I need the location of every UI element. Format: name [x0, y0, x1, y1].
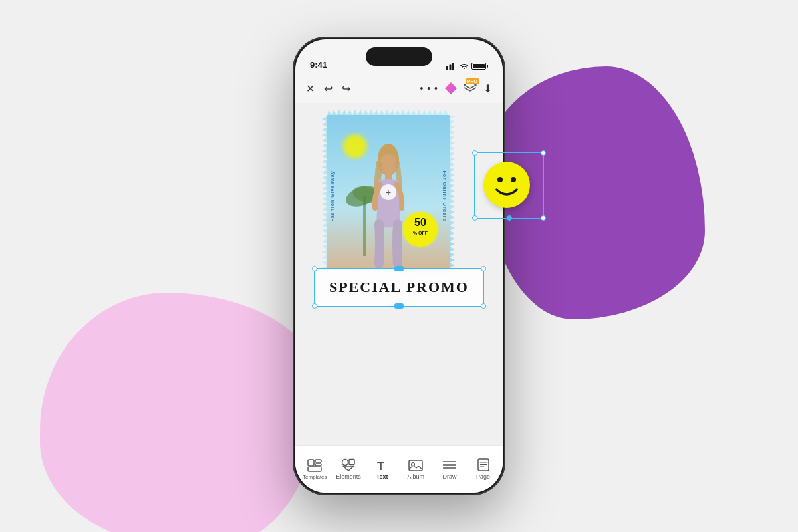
stamp-svg: 50 % OFF Fashion Giveaway For Online Ord… — [322, 110, 455, 275]
nav-album[interactable]: Album — [401, 458, 430, 480]
svg-rect-26 — [308, 467, 321, 471]
promo-text: SPECIAL PROMO — [329, 279, 469, 296]
toolbar-left: ✕ ↩ ↪ — [306, 82, 350, 95]
nav-album-label: Album — [408, 473, 425, 480]
status-time: 9:41 — [310, 60, 327, 70]
svg-rect-24 — [315, 460, 321, 462]
nav-page[interactable]: Page — [469, 458, 498, 480]
nav-elements[interactable]: Elements — [334, 458, 363, 480]
toolbar-right: • • • PRO ⬇ — [420, 81, 492, 96]
promo-text-inner: SPECIAL PROMO — [314, 268, 484, 307]
editor-toolbar: ✕ ↩ ↪ • • • PRO ⬇ — [295, 74, 503, 103]
svg-marker-29 — [343, 466, 354, 471]
canvas-area[interactable]: 50 % OFF Fashion Giveaway For Online Ord… — [295, 103, 503, 445]
svg-point-8 — [343, 134, 367, 158]
promo-text-container[interactable]: SPECIAL PROMO — [314, 268, 484, 307]
svg-text:% OFF: % OFF — [413, 231, 428, 235]
page-icon — [477, 458, 489, 471]
svg-text:Fashion Giveaway: Fashion Giveaway — [330, 170, 335, 221]
download-button[interactable]: ⬇ — [483, 82, 492, 95]
phone-mockup: 9:41 — [293, 37, 505, 495]
svg-rect-31 — [409, 460, 422, 471]
handle-tl[interactable] — [472, 150, 477, 156]
svg-rect-4 — [452, 63, 454, 70]
nav-draw-label: Draw — [442, 473, 456, 480]
svg-rect-3 — [450, 65, 452, 70]
svg-text:50: 50 — [414, 217, 426, 228]
svg-text:+: + — [386, 187, 391, 198]
stamp-element[interactable]: 50 % OFF Fashion Giveaway For Online Ord… — [322, 110, 455, 275]
draw-icon — [442, 458, 457, 471]
album-icon — [408, 458, 423, 471]
text-icon: T — [376, 458, 389, 471]
nav-templates-label: Templates — [303, 474, 327, 480]
redo-button[interactable]: ↪ — [342, 82, 350, 95]
svg-rect-25 — [315, 464, 321, 466]
handle-br[interactable] — [541, 215, 546, 221]
svg-rect-23 — [308, 460, 314, 466]
wifi-icon — [460, 63, 469, 70]
pro-badge: PRO — [466, 78, 479, 84]
svg-text:For Online Orders: For Online Orders — [442, 171, 447, 222]
layers-button[interactable]: PRO — [464, 81, 477, 96]
nav-page-label: Page — [476, 473, 490, 480]
nav-text-label: Text — [376, 473, 388, 480]
elements-icon — [341, 458, 356, 471]
undo-button[interactable]: ↩ — [324, 82, 332, 95]
battery-icon — [471, 63, 488, 70]
close-button[interactable]: ✕ — [306, 82, 315, 95]
phone-screen: 9:41 — [295, 39, 503, 493]
nav-draw[interactable]: Draw — [435, 458, 464, 480]
svg-point-27 — [342, 460, 348, 466]
background-blob-pink — [40, 293, 319, 532]
svg-rect-28 — [349, 460, 354, 465]
diamond-icon[interactable] — [445, 82, 457, 94]
nav-templates[interactable]: Templates — [300, 459, 329, 480]
nav-elements-label: Elements — [336, 473, 361, 480]
signal-icon — [446, 62, 457, 70]
templates-icon — [307, 459, 322, 472]
handle-bl[interactable] — [472, 215, 477, 221]
handle-tr[interactable] — [541, 150, 546, 156]
dynamic-island — [366, 47, 432, 66]
nav-text[interactable]: T Text — [368, 458, 397, 480]
bottom-nav: Templates Elements T Text — [295, 445, 503, 493]
handle-bc[interactable] — [507, 215, 512, 221]
svg-text:T: T — [377, 460, 384, 471]
more-button[interactable]: • • • — [420, 83, 438, 94]
phone-body: 9:41 — [293, 37, 505, 495]
status-icons — [446, 62, 488, 70]
smiley-sticker[interactable] — [483, 162, 533, 211]
design-canvas: 50 % OFF Fashion Giveaway For Online Ord… — [313, 110, 485, 309]
svg-rect-2 — [446, 66, 448, 70]
